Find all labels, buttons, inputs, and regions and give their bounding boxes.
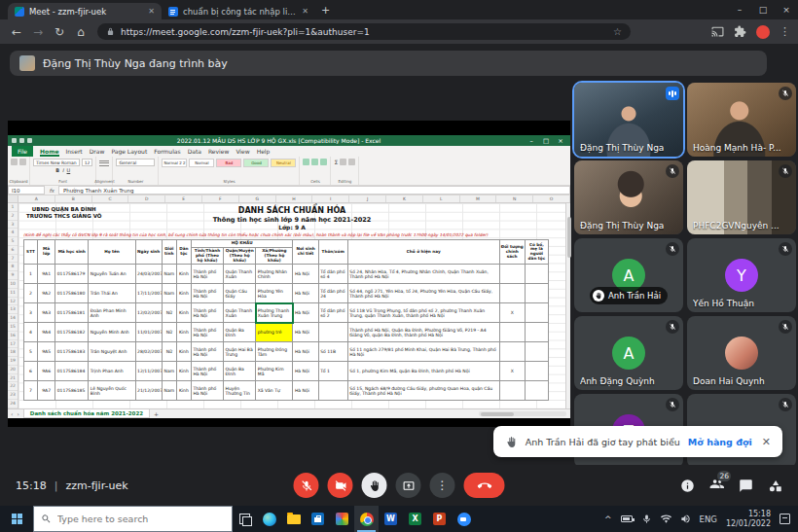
ribbon-tab[interactable]: View	[236, 148, 249, 155]
row-number[interactable]: 22	[8, 382, 18, 391]
cell-dan-toc[interactable]: Kinh	[176, 342, 191, 362]
font-style-buttons[interactable]: B I U	[55, 167, 70, 173]
cell-cho-o[interactable]: Số 15, Ngách 68/9 đường Cầu Giấy, phường…	[347, 381, 499, 401]
cell-doi-tuong[interactable]	[499, 323, 525, 342]
cell-dan-toc[interactable]: Kinh	[176, 323, 191, 342]
excel-close-button[interactable]: ×	[555, 137, 566, 145]
more-options-button[interactable]: ⋮	[430, 473, 455, 498]
cell-doi-tuong[interactable]	[499, 381, 525, 401]
col-noi-sinh[interactable]: Nơi sinh chi tiết	[293, 240, 318, 265]
minimize-button[interactable]: –	[728, 0, 751, 19]
ribbon-tab[interactable]: Insert	[66, 148, 83, 155]
browser-menu-icon[interactable]: ⋮	[780, 25, 790, 38]
cell-phuong[interactable]: Phường Nhân Chính	[256, 265, 293, 284]
chat-panel-button[interactable]	[739, 479, 753, 493]
participant-tile[interactable]: Doan Hai Quynh	[687, 316, 796, 390]
store-button[interactable]	[306, 506, 330, 532]
horizontal-scrollbar[interactable]	[479, 411, 566, 416]
cell-ho-ten[interactable]: Lê Nguyễn Quốc Bình	[89, 381, 135, 401]
taskbar-search[interactable]	[33, 506, 233, 532]
row-number[interactable]: 10	[8, 280, 18, 289]
col-bo-me-dan-toc[interactable]: Có bố, mẹ là người dân tộc	[525, 240, 548, 265]
cell-noi-sinh[interactable]: Hà Nội	[293, 362, 318, 381]
row-number[interactable]: 7	[8, 255, 18, 264]
cell-stt[interactable]: 6	[24, 362, 38, 381]
row-number[interactable]: 3	[8, 221, 18, 230]
add-sheet-button[interactable]: +	[154, 410, 159, 417]
cell-gioi-tinh[interactable]: Nam	[162, 265, 176, 284]
cell-quan[interactable]: Huyện Thường Tín	[224, 381, 256, 401]
underline-button[interactable]: U	[67, 167, 71, 173]
cell-tinh[interactable]: Thành phố Hà Nội	[191, 323, 223, 342]
student-row[interactable]: 7 9A7 0117586185 Lê Nguyễn Quốc Bình 21/…	[24, 381, 549, 401]
cell-doi-tuong[interactable]	[499, 284, 525, 303]
col-doi-tuong[interactable]: Đối tượng chính sách	[499, 240, 525, 265]
maximize-button[interactable]: □	[751, 0, 775, 19]
cell-cho-o[interactable]: Số 118 Vũ Trọng Phụng, tổ dân phố số 2, …	[347, 303, 499, 323]
participant-tile[interactable]: Đặng Thị Thùy Nga	[574, 83, 683, 157]
row-number[interactable]: 19	[8, 357, 18, 366]
cell-stt[interactable]: 5	[24, 342, 38, 362]
ribbon-tab[interactable]: Review	[208, 148, 229, 155]
cell-ngay-sinh[interactable]: 11/01/2007	[135, 323, 162, 342]
cell-quan[interactable]: Quận Ba Đình	[224, 323, 256, 342]
col-gioi-tinh[interactable]: Giới tính	[162, 240, 176, 265]
row-number[interactable]: 1	[8, 203, 18, 212]
clipboard-icons[interactable]	[11, 159, 26, 165]
column-letter[interactable]: I	[312, 195, 349, 202]
forward-button[interactable]: →	[29, 25, 47, 39]
back-button[interactable]: ←	[8, 25, 25, 39]
cell-ngay-sinh[interactable]: 12/02/2007	[135, 303, 162, 323]
toast-close-icon[interactable]: ✕	[762, 436, 771, 448]
tray-expand-icon[interactable]: ^	[604, 514, 612, 524]
search-input[interactable]	[57, 514, 225, 524]
profile-avatar[interactable]	[756, 25, 770, 39]
file-tab[interactable]: File	[12, 146, 33, 157]
row-number[interactable]: 11	[8, 289, 18, 298]
cell-ma-hs[interactable]: 0117586184	[55, 362, 89, 381]
row-number[interactable]: 9	[8, 271, 18, 280]
cell-quan[interactable]: Quận Cầu Giấy	[224, 284, 256, 303]
student-row[interactable]: 2 9A2 0117586180 Trần Thái An 17/11/2007…	[24, 284, 549, 303]
cell-quan[interactable]: Quận Thanh Xuân	[224, 265, 256, 284]
participant-tile[interactable]: A Anh Trần Hải	[574, 238, 683, 312]
cell-dan-toc[interactable]: Kinh	[176, 284, 191, 303]
row-number[interactable]: 5	[8, 237, 18, 246]
cell-tinh[interactable]: Thành phố Hà Nội	[191, 342, 223, 362]
row-number[interactable]: 24	[8, 400, 18, 408]
cell-noi-sinh[interactable]: Hà Nội	[293, 284, 318, 303]
sheet-nav-right-icon[interactable]: ›	[17, 410, 18, 417]
cell-ma-lop[interactable]: 9A6	[38, 362, 55, 381]
row-number[interactable]: 23	[8, 391, 18, 400]
zoom-button[interactable]	[452, 506, 476, 532]
column-letter[interactable]: M	[460, 195, 497, 202]
cell-ma-hs[interactable]: 0117586183	[55, 342, 89, 362]
cell-ma-hs[interactable]: 0117586181	[55, 303, 89, 323]
chrome-button[interactable]	[354, 506, 379, 532]
student-row[interactable]: 6 9A6 0117586184 Trịnh Phan Anh 12/11/20…	[24, 362, 549, 381]
cell-thon-xom[interactable]: Tổ dân phố số 4	[318, 265, 347, 284]
participant-tile[interactable]: A Anh Đặng Quỳnh	[574, 316, 683, 390]
cell-thon-xom[interactable]: Số 11B	[318, 342, 347, 362]
cell-ngay-sinh[interactable]: 21/12/2007	[135, 381, 162, 401]
ribbon-tab[interactable]: Help	[257, 148, 271, 155]
cell-ho-ten[interactable]: Trịnh Phan Anh	[89, 362, 135, 381]
cell-gioi-tinh[interactable]: Nam	[162, 362, 176, 381]
column-letter[interactable]: K	[386, 195, 423, 202]
cell-ngay-sinh[interactable]: 28/02/2007	[135, 342, 162, 362]
col-ma-lop[interactable]: Mã lớp	[38, 240, 55, 265]
style-chip[interactable]: Neutral	[271, 159, 296, 167]
cell-ma-hs[interactable]: 0117586182	[55, 323, 89, 342]
participant-tile[interactable]: PHFC2GVNguyên ...	[687, 160, 796, 234]
column-letter[interactable]: N	[496, 195, 533, 202]
col-cho-o[interactable]: Chỗ ở hiện nay	[347, 240, 499, 265]
col-quan[interactable]: Quận/Huyện (Theo hộ khẩu)	[224, 247, 256, 264]
style-chip[interactable]: Normal	[189, 159, 214, 167]
row-number[interactable]: 4	[8, 229, 18, 237]
tab-docs[interactable]: chuẩn bị công tác nhập liệu thi ✕	[162, 3, 315, 19]
open-queue-button[interactable]: Mở hàng đợi	[688, 437, 752, 447]
row-number[interactable]: 15	[8, 323, 18, 332]
notification-center-icon[interactable]	[780, 514, 790, 524]
file-explorer-button[interactable]	[281, 506, 306, 532]
vertical-scrollbar[interactable]	[565, 203, 570, 408]
